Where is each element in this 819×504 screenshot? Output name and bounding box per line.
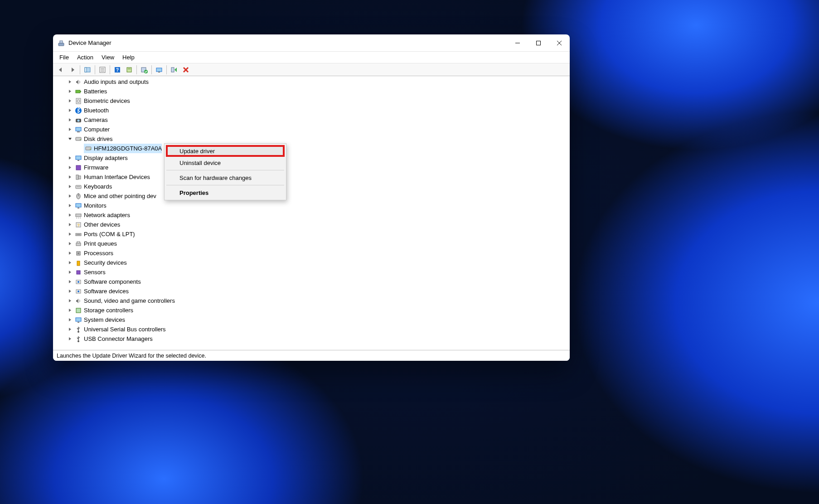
expand-icon[interactable]: [67, 174, 73, 180]
svg-rect-18: [156, 68, 162, 72]
expand-icon[interactable]: [67, 326, 73, 333]
tree-category[interactable]: Universal Serial Bus controllers: [67, 325, 570, 334]
expand-icon[interactable]: [67, 88, 73, 95]
tree-category[interactable]: Ports (COM & LPT): [67, 229, 570, 239]
tree-category[interactable]: Disk drives: [67, 134, 570, 144]
update-driver-button[interactable]: [124, 65, 135, 75]
bluetooth-icon: [75, 107, 82, 114]
tree-category[interactable]: Sound, video and game controllers: [67, 296, 570, 305]
uninstall-device-button[interactable]: [139, 65, 150, 75]
tree-category[interactable]: Print queues: [67, 239, 570, 248]
svg-rect-7: [85, 68, 87, 72]
tree-category[interactable]: Security devices: [67, 258, 570, 267]
menu-action[interactable]: Action: [73, 53, 97, 62]
expand-icon[interactable]: [67, 298, 73, 304]
context-menu-item[interactable]: Scan for hardware changes: [166, 172, 285, 184]
tree-device[interactable]: HFM128GDGTNG-87A0A: [77, 144, 570, 153]
forward-button[interactable]: [67, 65, 78, 75]
expand-icon[interactable]: [67, 279, 73, 285]
expand-icon[interactable]: [67, 155, 73, 161]
tree-category[interactable]: Monitors: [67, 201, 570, 210]
tree-category[interactable]: Computer: [67, 125, 570, 134]
tree-category-label: Software components: [84, 278, 141, 285]
tree-category[interactable]: Software devices: [67, 286, 570, 296]
context-menu: Update driverUninstall deviceScan for ha…: [164, 143, 286, 200]
tree-category[interactable]: System devices: [67, 315, 570, 325]
context-menu-item[interactable]: Uninstall device: [166, 157, 285, 169]
svg-rect-62: [77, 271, 80, 274]
expand-icon[interactable]: [67, 193, 73, 199]
menu-file[interactable]: File: [56, 53, 73, 62]
expand-icon[interactable]: [67, 231, 73, 237]
expand-icon[interactable]: [67, 203, 73, 209]
software-icon: [75, 278, 82, 286]
close-button[interactable]: [549, 34, 570, 52]
svg-rect-19: [158, 72, 160, 73]
app-icon: [58, 39, 65, 47]
tree-category[interactable]: Biometric devices: [67, 96, 570, 106]
software-icon: [75, 288, 82, 295]
tree-category[interactable]: USB Connector Managers: [67, 334, 570, 344]
collapse-icon[interactable]: [67, 136, 73, 142]
tree-category[interactable]: Bluetooth: [67, 106, 570, 115]
expand-icon[interactable]: [67, 241, 73, 247]
tree-category[interactable]: Software components: [67, 277, 570, 286]
svg-rect-0: [58, 43, 64, 46]
expand-icon[interactable]: [67, 288, 73, 295]
menu-view[interactable]: View: [98, 53, 118, 62]
expand-icon[interactable]: [67, 307, 73, 314]
expand-icon[interactable]: [67, 79, 73, 85]
svg-rect-20: [171, 68, 174, 72]
tree-category[interactable]: Human Interface Devices: [67, 172, 570, 182]
speaker-icon: [75, 78, 82, 86]
expand-icon[interactable]: [67, 222, 73, 228]
tree-category[interactable]: Processors: [67, 248, 570, 258]
tree-category-label: Network adapters: [84, 212, 130, 218]
help-button[interactable]: ?: [112, 65, 123, 75]
expand-icon[interactable]: [67, 107, 73, 114]
show-hide-console-button[interactable]: [82, 65, 93, 75]
context-menu-item[interactable]: Properties: [166, 187, 285, 199]
expand-icon[interactable]: [67, 117, 73, 123]
tree-category[interactable]: Mice and other pointing dev: [67, 191, 570, 201]
tree-category[interactable]: Firmware: [67, 163, 570, 172]
biometric-icon: [75, 97, 82, 105]
svg-rect-14: [127, 68, 131, 72]
tree-category-label: Audio inputs and outputs: [84, 78, 149, 85]
expand-icon[interactable]: [67, 317, 73, 323]
menu-bar: File Action View Help: [53, 52, 570, 63]
tree-category[interactable]: Storage controllers: [67, 305, 570, 315]
expand-icon[interactable]: [67, 98, 73, 104]
tree-category[interactable]: Batteries: [67, 87, 570, 96]
maximize-button[interactable]: [528, 34, 549, 52]
expand-icon[interactable]: [67, 165, 73, 171]
title-bar[interactable]: Device Manager: [53, 34, 570, 52]
disable-device-button[interactable]: [169, 65, 179, 75]
properties-button[interactable]: [97, 65, 108, 75]
delete-device-button[interactable]: [180, 65, 191, 75]
device-tree[interactable]: Audio inputs and outputsBatteriesBiometr…: [53, 76, 570, 350]
expand-icon[interactable]: [67, 269, 73, 276]
toolbar-separator: [136, 65, 137, 74]
disk-icon: [85, 145, 92, 152]
tree-category[interactable]: Cameras: [67, 115, 570, 125]
tree-category[interactable]: Audio inputs and outputs: [67, 77, 570, 87]
tree-category[interactable]: Sensors: [67, 267, 570, 277]
mouse-icon: [75, 193, 82, 200]
minimize-button[interactable]: [507, 34, 528, 52]
expand-icon[interactable]: [67, 184, 73, 190]
context-menu-item[interactable]: Update driver: [166, 145, 285, 157]
tree-category[interactable]: ?Other devices: [67, 220, 570, 229]
expand-icon[interactable]: [67, 126, 73, 133]
expand-icon[interactable]: [67, 212, 73, 218]
tree-category[interactable]: Display adapters: [67, 153, 570, 163]
tree-category[interactable]: Network adapters: [67, 210, 570, 220]
svg-rect-67: [76, 308, 81, 313]
expand-icon[interactable]: [67, 260, 73, 266]
expand-icon[interactable]: [67, 250, 73, 257]
tree-category[interactable]: Keyboards: [67, 182, 570, 191]
expand-icon[interactable]: [67, 336, 73, 342]
scan-hardware-button[interactable]: [154, 65, 165, 75]
back-button[interactable]: [55, 65, 66, 75]
menu-help[interactable]: Help: [119, 53, 138, 62]
